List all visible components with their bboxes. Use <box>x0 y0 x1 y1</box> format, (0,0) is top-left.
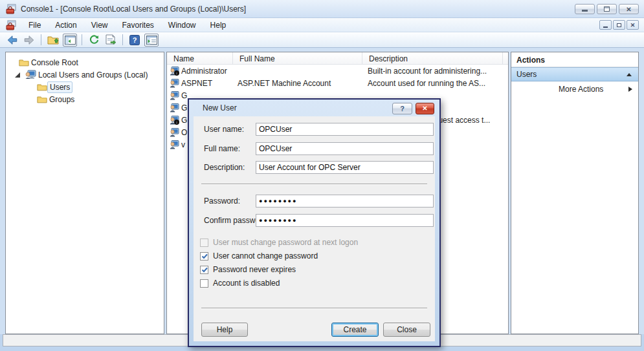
tree-item-users[interactable]: Users <box>6 81 164 93</box>
checkbox-account-disabled[interactable]: Account is disabled <box>200 279 280 288</box>
column-header-full-name[interactable]: Full Name <box>233 52 362 64</box>
list-header: Name Full Name Description <box>167 52 508 65</box>
window-titlebar: Console1 - [Console Root\Local Users and… <box>0 0 644 18</box>
actions-pane-title: Actions <box>511 52 638 67</box>
checkbox-icon[interactable] <box>200 239 208 247</box>
tree-item-groups[interactable]: Groups <box>6 93 164 105</box>
dialog-title: New User <box>203 103 237 112</box>
column-header-description[interactable]: Description <box>362 52 503 64</box>
actions-pane: Actions Users More Actions <box>511 52 639 334</box>
user-name: O <box>181 128 187 137</box>
new-user-dialog: New User ? ✕ User name: Full name: Descr… <box>188 98 441 347</box>
close-button[interactable]: Close <box>383 323 430 337</box>
dialog-close-button[interactable]: ✕ <box>416 103 434 114</box>
mmc-console-icon <box>6 4 16 14</box>
refresh-icon <box>89 34 100 45</box>
user-name: ASPNET <box>181 79 212 88</box>
refresh-button[interactable] <box>87 34 101 47</box>
table-row[interactable]: ↓ Administrator Built-in account for adm… <box>167 65 508 77</box>
menu-help[interactable]: Help <box>203 19 234 32</box>
show-console-tree-button[interactable] <box>63 34 77 47</box>
full-name-label: Full name: <box>204 144 240 153</box>
checkbox-label: Account is disabled <box>213 279 280 288</box>
checkbox-icon[interactable] <box>200 252 208 261</box>
table-row[interactable]: ASPNET ASP.NET Machine Account Account u… <box>167 77 508 89</box>
checkbox-cannot-change-password[interactable]: User cannot change password <box>200 251 318 261</box>
mmc-child-icon <box>6 20 16 30</box>
column-header-name[interactable]: Name <box>167 52 233 64</box>
tree-item-local-users-groups[interactable]: Local Users and Groups (Local) <box>6 69 164 81</box>
console-tree-pane: Console Root Local Users and Groups (Loc… <box>5 52 164 334</box>
restore-icon <box>604 6 610 12</box>
tree-expander-icon[interactable] <box>15 72 20 78</box>
up-level-button[interactable] <box>46 34 60 47</box>
tree-item-label[interactable]: Groups <box>47 94 76 105</box>
menu-favorites[interactable]: Favorites <box>115 19 161 32</box>
computer-users-icon <box>25 70 36 80</box>
up-level-icon <box>47 35 59 45</box>
user-name-label: User name: <box>204 125 244 134</box>
export-list-button[interactable] <box>104 34 118 47</box>
confirm-password-field[interactable] <box>256 214 434 227</box>
tree-item-label[interactable]: Console Root <box>29 58 80 68</box>
show-action-pane-button[interactable] <box>144 34 159 47</box>
checkbox-label: User must change password at next logon <box>213 238 358 247</box>
checkbox-icon[interactable] <box>200 279 208 288</box>
dialog-help-button[interactable]: ? <box>392 103 412 114</box>
restore-button[interactable] <box>597 4 617 14</box>
checkbox-password-never-expires[interactable]: Password never expires <box>200 265 296 274</box>
user-name-field[interactable] <box>256 123 434 136</box>
mdi-close-icon: ✕ <box>630 22 636 28</box>
user-icon <box>170 103 179 112</box>
user-name: G <box>181 116 187 125</box>
create-button[interactable]: Create <box>331 323 379 337</box>
user-name: v <box>181 140 185 149</box>
menu-window[interactable]: Window <box>161 19 203 32</box>
back-button[interactable] <box>5 34 19 47</box>
minimize-button[interactable] <box>575 4 595 14</box>
separator <box>201 308 427 309</box>
help-button[interactable]: ? <box>128 34 142 47</box>
question-icon: ? <box>400 105 405 112</box>
user-icon <box>170 90 179 100</box>
tree-item-label-selected[interactable]: Users <box>47 81 72 93</box>
password-field[interactable] <box>256 195 434 207</box>
actions-group-users[interactable]: Users <box>511 67 638 81</box>
dialog-titlebar: New User ? ✕ <box>189 100 439 116</box>
collapse-icon[interactable] <box>627 73 632 76</box>
folder-icon <box>37 95 47 103</box>
menu-action[interactable]: Action <box>48 19 83 32</box>
menu-file[interactable]: File <box>21 19 48 32</box>
mdi-restore-icon <box>617 23 621 27</box>
full-name-field[interactable] <box>256 142 434 155</box>
user-icon <box>170 127 179 137</box>
toolbar-separator <box>41 34 41 45</box>
close-icon: ✕ <box>422 105 427 112</box>
menu-view[interactable]: View <box>84 19 115 32</box>
user-name: G <box>181 103 187 112</box>
back-icon <box>6 34 18 46</box>
help-button[interactable]: Help <box>201 323 248 337</box>
checkbox-icon[interactable] <box>200 266 208 274</box>
mdi-restore-button[interactable] <box>613 20 625 30</box>
mdi-close-button[interactable]: ✕ <box>627 20 639 30</box>
user-icon <box>170 78 179 88</box>
checkbox-label: User cannot change password <box>213 251 318 261</box>
checkbox-must-change-password[interactable]: User must change password at next logon <box>200 238 358 247</box>
description-field[interactable] <box>256 161 434 174</box>
close-icon: ✕ <box>626 6 631 13</box>
user-icon <box>170 140 179 149</box>
mdi-minimize-button[interactable] <box>599 20 612 30</box>
show-console-tree-icon <box>65 36 76 45</box>
submenu-arrow-icon <box>628 87 632 92</box>
forward-button[interactable] <box>22 34 36 47</box>
user-full-name: ASP.NET Machine Account <box>238 79 331 88</box>
tree-item-label[interactable]: Local Users and Groups (Local) <box>36 70 150 80</box>
close-button[interactable]: ✕ <box>619 4 639 14</box>
user-description: Account used for running the AS... <box>368 79 485 88</box>
account-disabled-badge-icon: ↓ <box>174 120 179 125</box>
tree-item-console-root[interactable]: Console Root <box>6 56 164 69</box>
help-icon: ? <box>129 35 140 45</box>
more-actions-item[interactable]: More Actions <box>511 81 638 97</box>
svg-text:?: ? <box>133 36 137 44</box>
